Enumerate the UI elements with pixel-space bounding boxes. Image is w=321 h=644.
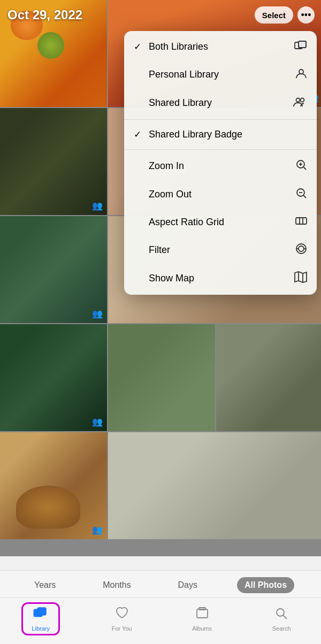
more-icon: ••• [301,10,311,21]
nav-bar: Library For You Albums [0,597,321,644]
shared-library-badge-label: Shared Library Badge [149,129,242,140]
menu-section-view: ✓ Zoom In ✓ Zoom Out [124,149,317,295]
photo-cell-10[interactable]: 👥 [0,432,107,539]
select-button[interactable]: Select [255,6,293,24]
nav-for-you-label: For You [112,625,132,632]
menu-item-filter[interactable]: ✓ Filter [124,236,317,264]
checkmark-both-libraries: ✓ [134,41,144,52]
svg-rect-26 [197,609,208,618]
menu-section-badge: ✓ Shared Library Badge [124,119,317,149]
photo-cell-8[interactable] [108,324,215,431]
filter-icon [295,243,307,257]
menu-item-show-map[interactable]: ✓ Show Map [124,264,317,293]
svg-rect-1 [299,41,306,48]
svg-line-12 [304,196,307,198]
shared-library-label: Shared Library [149,97,212,109]
dropdown-menu: ✓ Both Libraries ✓ Personal Library [124,31,317,295]
svg-marker-20 [295,272,307,282]
svg-point-17 [299,246,304,251]
nav-albums-label: Albums [192,625,212,632]
library-icon [33,606,48,624]
more-button[interactable]: ••• [297,6,315,24]
for-you-icon [114,606,129,624]
nav-library-label: Library [32,625,50,632]
personal-library-icon [295,67,307,82]
svg-rect-27 [199,608,205,610]
svg-rect-13 [296,218,307,224]
photo-cell-9[interactable] [216,324,321,431]
both-libraries-icon [294,40,307,53]
bottom-section: Years Months Days All Photos Library For… [0,570,321,644]
svg-line-29 [284,616,287,619]
header-buttons: Select ••• [255,6,315,24]
show-map-icon [294,271,307,286]
tab-all-photos[interactable]: All Photos [237,577,294,593]
aspect-ratio-grid-label: Aspect Ratio Grid [149,217,224,228]
date-header: Oct 29, 2022 [7,7,82,22]
menu-item-personal-library[interactable]: ✓ Personal Library [124,60,317,89]
tab-years[interactable]: Years [27,577,63,593]
shared-badge-2: 👥 [92,201,103,211]
photo-cell-3[interactable]: 👥 [0,108,107,215]
shared-badge-5: 👥 [92,525,103,535]
personal-library-label: Personal Library [149,69,219,80]
nav-search-label: Search [272,625,291,632]
nav-item-library[interactable]: Library [21,602,60,635]
search-icon [274,606,289,624]
menu-item-zoom-in[interactable]: ✓ Zoom In [124,152,317,180]
time-tabs: Years Months Days All Photos [0,570,321,597]
svg-rect-24 [37,608,46,615]
zoom-out-icon [295,187,307,202]
both-libraries-label: Both Libraries [149,41,208,52]
shared-library-icon [293,96,307,110]
photo-cell-5[interactable]: 👥 [0,216,107,323]
shared-badge-3: 👥 [92,309,103,319]
tab-months[interactable]: Months [95,577,138,593]
checkmark-badge: ✓ [134,129,144,140]
aspect-ratio-grid-icon [295,216,307,229]
svg-point-5 [301,98,304,102]
menu-item-zoom-out[interactable]: ✓ Zoom Out [124,180,317,209]
photo-cell-11[interactable] [108,432,321,539]
svg-point-28 [277,609,284,616]
zoom-in-icon [295,159,307,173]
svg-point-4 [296,98,300,102]
menu-section-library: ✓ Both Libraries ✓ Personal Library [124,31,317,119]
nav-item-for-you[interactable]: For You [103,604,141,634]
svg-line-9 [304,167,307,170]
nav-item-albums[interactable]: Albums [184,604,220,634]
zoom-out-label: Zoom Out [149,189,192,200]
nav-item-search[interactable]: Search [264,604,300,634]
photo-cell-7[interactable]: 👥 [0,324,107,431]
tab-days[interactable]: Days [171,577,205,593]
svg-point-3 [299,70,303,74]
filter-label: Filter [149,244,170,256]
menu-item-aspect-ratio-grid[interactable]: ✓ Aspect Ratio Grid [124,209,317,236]
shared-badge-4: 👥 [92,417,103,427]
zoom-in-label: Zoom In [149,160,184,172]
albums-icon [195,606,210,624]
show-map-label: Show Map [149,273,194,284]
menu-item-both-libraries[interactable]: ✓ Both Libraries [124,33,317,60]
menu-item-shared-library[interactable]: ✓ Shared Library [124,89,317,117]
menu-item-shared-library-badge[interactable]: ✓ Shared Library Badge [124,122,317,147]
